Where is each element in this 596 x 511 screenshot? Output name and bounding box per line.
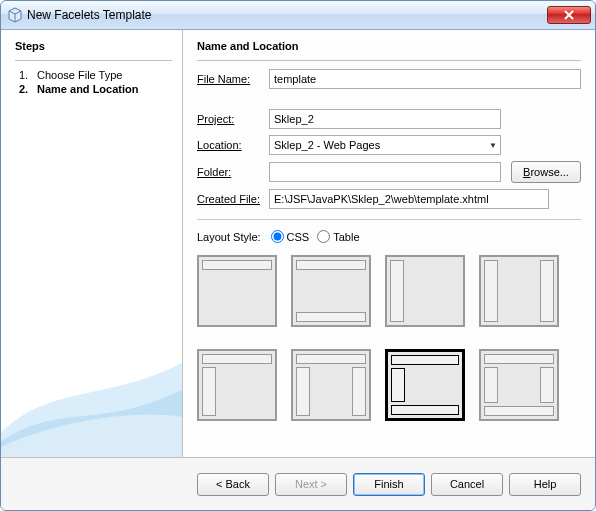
layout-style-label: Layout Style: (197, 231, 261, 243)
location-combo[interactable]: ▼ (269, 135, 501, 155)
folder-input[interactable] (269, 162, 501, 182)
browse-button[interactable]: Browse... (511, 161, 581, 183)
layout-option-6[interactable] (291, 349, 371, 421)
window-title: New Facelets Template (27, 8, 547, 22)
radio-css[interactable] (271, 230, 284, 243)
titlebar: New Facelets Template (1, 1, 595, 30)
help-button[interactable]: Help (509, 473, 581, 496)
layout-option-5[interactable] (197, 349, 277, 421)
filename-label: File Name: (197, 73, 269, 85)
button-bar: < Back Next > Finish Cancel Help (1, 458, 595, 510)
steps-heading: Steps (15, 40, 172, 52)
layout-option-2[interactable] (291, 255, 371, 327)
row-project: Project: (197, 109, 581, 129)
dialog-body: Steps 1. Choose File Type 2. Name and Lo… (1, 30, 595, 458)
content-divider (197, 60, 581, 61)
created-file-label: Created File: (197, 193, 269, 205)
radio-table[interactable] (317, 230, 330, 243)
row-folder: Folder: Browse... (197, 161, 581, 183)
location-input[interactable] (269, 135, 501, 155)
project-input[interactable] (269, 109, 501, 129)
row-created-file: Created File: (197, 189, 581, 209)
steps-panel: Steps 1. Choose File Type 2. Name and Lo… (1, 30, 183, 457)
row-location: Location: ▼ (197, 135, 581, 155)
layout-option-3[interactable] (385, 255, 465, 327)
form-separator (197, 219, 581, 220)
step-item: 2. Name and Location (19, 83, 172, 95)
step-label: Choose File Type (37, 69, 122, 81)
decorative-swoosh (1, 307, 183, 457)
app-icon (7, 7, 23, 23)
location-label: Location: (197, 139, 269, 151)
radio-css-label: CSS (287, 231, 310, 243)
step-number: 2. (19, 83, 37, 95)
next-button[interactable]: Next > (275, 473, 347, 496)
radio-table-label: Table (333, 231, 359, 243)
step-number: 1. (19, 69, 37, 81)
steps-divider (15, 60, 172, 61)
layout-option-1[interactable] (197, 255, 277, 327)
layout-option-8[interactable] (479, 349, 559, 421)
layout-option-7[interactable] (385, 349, 465, 421)
finish-button[interactable]: Finish (353, 473, 425, 496)
step-label: Name and Location (37, 83, 138, 95)
created-file-output (269, 189, 549, 209)
cancel-button[interactable]: Cancel (431, 473, 503, 496)
step-item: 1. Choose File Type (19, 69, 172, 81)
folder-label: Folder: (197, 166, 269, 178)
close-button[interactable] (547, 6, 591, 24)
content-heading: Name and Location (197, 40, 581, 52)
layout-grid (197, 251, 581, 421)
project-label: Project: (197, 113, 269, 125)
row-filename: File Name: (197, 69, 581, 89)
layout-option-4[interactable] (479, 255, 559, 327)
steps-list: 1. Choose File Type 2. Name and Location (15, 69, 172, 95)
back-button[interactable]: < Back (197, 473, 269, 496)
filename-input[interactable] (269, 69, 581, 89)
row-layout-style: Layout Style: CSS Table (197, 230, 581, 243)
content-panel: Name and Location File Name: Project: Lo… (183, 30, 595, 457)
